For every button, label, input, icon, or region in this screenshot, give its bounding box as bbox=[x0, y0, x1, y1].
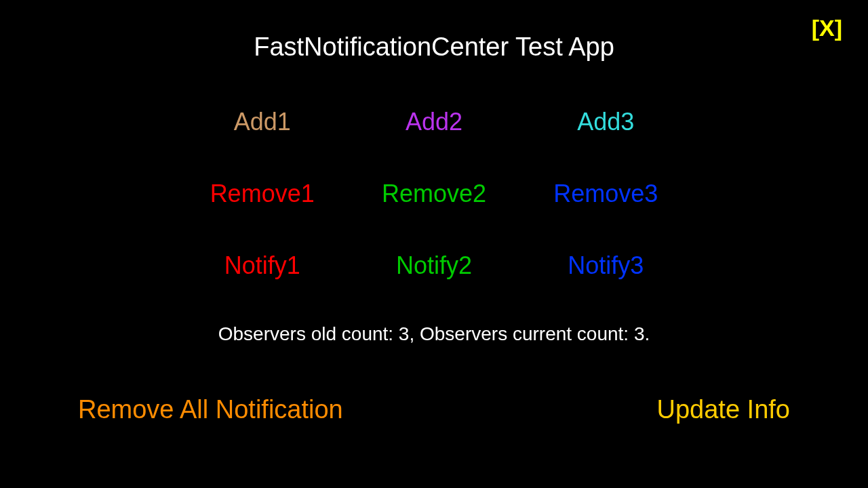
button-grid: Add1 Add2 Add3 Remove1 Remove2 Remove3 N… bbox=[176, 108, 692, 280]
app-title: FastNotificationCenter Test App bbox=[0, 33, 868, 62]
remove3-button[interactable]: Remove3 bbox=[553, 180, 658, 208]
update-info-button[interactable]: Update Info bbox=[657, 395, 790, 424]
add2-button[interactable]: Add2 bbox=[406, 108, 462, 136]
close-button[interactable]: [X] bbox=[812, 15, 842, 41]
bottom-actions: Remove All Notification Update Info bbox=[78, 395, 790, 424]
remove-all-button[interactable]: Remove All Notification bbox=[78, 395, 343, 424]
notify3-button[interactable]: Notify3 bbox=[568, 251, 644, 280]
notify1-button[interactable]: Notify1 bbox=[224, 251, 300, 280]
add3-button[interactable]: Add3 bbox=[577, 108, 634, 136]
add1-button[interactable]: Add1 bbox=[234, 108, 291, 136]
notify2-button[interactable]: Notify2 bbox=[396, 251, 472, 280]
remove2-button[interactable]: Remove2 bbox=[382, 180, 486, 208]
observer-status-text: Observers old count: 3, Observers curren… bbox=[0, 323, 868, 345]
remove1-button[interactable]: Remove1 bbox=[210, 180, 315, 208]
